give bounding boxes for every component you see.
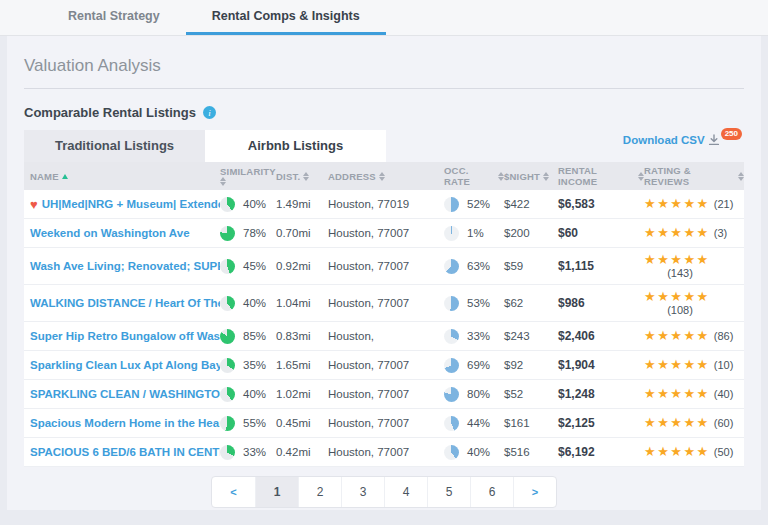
favorite-heart-icon[interactable]: ♥: [30, 198, 38, 211]
pagination-page-5[interactable]: 5: [427, 477, 470, 507]
similarity-value: 55%: [243, 417, 266, 429]
distance-value: 1.04mi: [276, 297, 328, 309]
column-header-rating-reviews[interactable]: RATING & REVIEWS: [644, 165, 744, 187]
listing-name-link[interactable]: ♥ Super Hip Retro Bungalow off Washin ..…: [24, 330, 220, 342]
listing-name: Sparkling Clean Lux Apt Along Bayou ...: [30, 359, 220, 371]
similarity-pie-icon: [220, 358, 235, 373]
subtab-airbnb-listings[interactable]: Airbnb Listings: [205, 130, 386, 162]
similarity-pie-icon: [220, 296, 235, 311]
download-icon: [708, 134, 720, 146]
rental-income-value: $1,248: [558, 387, 644, 401]
listing-name: UH|Med|NRG + Museum| Extended Sta ...: [42, 198, 220, 210]
table-row: ♥ Spacious Modern Home in the Heart ... …: [24, 409, 744, 438]
rating-cell: ★★★★★ (21): [644, 197, 744, 211]
star-rating-icons: ★★★★★: [644, 197, 710, 211]
tab-rental-comps-insights[interactable]: Rental Comps & Insights: [186, 0, 386, 35]
listing-name-link[interactable]: ♥ Sparkling Clean Lux Apt Along Bayou ..…: [24, 359, 220, 371]
star-rating-icons: ★★★★★: [644, 290, 710, 304]
sort-icon: [738, 172, 744, 181]
column-header-night[interactable]: $NIGHT: [504, 171, 558, 182]
listing-name: Weekend on Washington Ave: [30, 227, 190, 239]
occupancy-pie-icon: [444, 259, 459, 274]
similarity-pie-icon: [220, 387, 235, 402]
address-value: Houston, 77019: [328, 198, 444, 210]
listing-name: WALKING DISTANCE / Heart Of The Cit ...: [30, 297, 220, 309]
subtab-traditional-listings[interactable]: Traditional Listings: [24, 130, 205, 162]
column-header-name[interactable]: NAME: [24, 171, 220, 182]
table-row: ♥ Sparkling Clean Lux Apt Along Bayou ..…: [24, 351, 744, 380]
occupancy-cell: 44%: [444, 416, 504, 431]
similarity-value: 40%: [243, 198, 266, 210]
column-header-occ-rate[interactable]: OCC. RATE: [444, 165, 504, 187]
listings-subtabs: Traditional Listings Airbnb Listings: [24, 130, 386, 162]
address-value: Houston, 77007: [328, 227, 444, 239]
listing-name-link[interactable]: ♥ UH|Med|NRG + Museum| Extended Sta ...: [24, 198, 220, 211]
listing-name-link[interactable]: ♥ Wash Ave Living; Renovated; SUPER ...: [24, 260, 220, 272]
tab-rental-strategy[interactable]: Rental Strategy: [42, 0, 186, 35]
similarity-value: 40%: [243, 388, 266, 400]
night-price-value: $62: [504, 297, 558, 309]
occupancy-pie-icon: [444, 387, 459, 402]
column-header-dist[interactable]: DIST.: [276, 171, 328, 182]
night-price-value: $200: [504, 227, 558, 239]
rating-cell: ★★★★★ (143): [644, 253, 744, 279]
rating-cell: ★★★★★ (40): [644, 387, 744, 401]
download-csv-label: Download CSV: [623, 134, 705, 146]
pagination-page-2[interactable]: 2: [298, 477, 341, 507]
listing-name-link[interactable]: ♥ SPACIOUS 6 BED/6 BATH IN CENTER OF ...: [24, 446, 220, 458]
address-value: Houston, 77007: [328, 297, 444, 309]
sort-asc-icon: [62, 174, 68, 179]
column-header-similarity[interactable]: SIMILARITY: [220, 167, 276, 186]
rating-cell: ★★★★★ (86): [644, 329, 744, 343]
pagination-prev-button[interactable]: <: [212, 477, 255, 507]
pagination: <123456>: [211, 476, 557, 508]
night-price-value: $52: [504, 388, 558, 400]
occupancy-cell: 52%: [444, 197, 504, 212]
pagination-page-6[interactable]: 6: [470, 477, 513, 507]
similarity-cell: 55%: [220, 416, 276, 431]
table-row: ♥ Weekend on Washington Ave 78% 0.70mi H…: [24, 219, 744, 248]
listing-name-link[interactable]: ♥ Weekend on Washington Ave: [24, 227, 220, 239]
sort-icon: [543, 172, 549, 181]
occupancy-cell: 63%: [444, 259, 504, 274]
similarity-cell: 40%: [220, 387, 276, 402]
similarity-pie-icon: [220, 226, 235, 241]
column-header-rental-income[interactable]: RENTAL INCOME: [558, 165, 644, 187]
night-price-value: $422: [504, 198, 558, 210]
occupancy-cell: 69%: [444, 358, 504, 373]
occupancy-cell: 33%: [444, 329, 504, 344]
address-value: Houston, 77007: [328, 359, 444, 371]
occupancy-value: 63%: [467, 260, 490, 272]
listing-name: Wash Ave Living; Renovated; SUPER ...: [30, 260, 220, 272]
rating-cell: ★★★★★ (10): [644, 358, 744, 372]
similarity-value: 40%: [243, 297, 266, 309]
table-row: ♥ WALKING DISTANCE / Heart Of The Cit ..…: [24, 285, 744, 322]
occupancy-cell: 80%: [444, 387, 504, 402]
distance-value: 1.02mi: [276, 388, 328, 400]
occupancy-value: 1%: [467, 227, 484, 239]
pagination-page-4[interactable]: 4: [384, 477, 427, 507]
similarity-value: 33%: [243, 446, 266, 458]
pagination-next-button[interactable]: >: [513, 477, 556, 507]
distance-value: 0.42mi: [276, 446, 328, 458]
listing-name-link[interactable]: ♥ WALKING DISTANCE / Heart Of The Cit ..…: [24, 297, 220, 309]
listing-name-link[interactable]: ♥ Spacious Modern Home in the Heart ...: [24, 417, 220, 429]
similarity-value: 45%: [243, 260, 266, 272]
distance-value: 1.65mi: [276, 359, 328, 371]
similarity-pie-icon: [220, 416, 235, 431]
column-header-address[interactable]: ADDRESS: [328, 171, 444, 182]
occupancy-value: 52%: [467, 198, 490, 210]
distance-value: 1.49mi: [276, 198, 328, 210]
occupancy-pie-icon: [444, 226, 459, 241]
listing-name-link[interactable]: ♥ SPARKLING CLEAN / WASHINGTON AVE ...: [24, 388, 220, 400]
info-icon[interactable]: i: [203, 106, 216, 119]
review-count: (86): [714, 330, 734, 342]
pagination-page-3[interactable]: 3: [341, 477, 384, 507]
pagination-page-1[interactable]: 1: [255, 477, 298, 507]
download-csv-link[interactable]: Download CSV 250: [623, 134, 744, 146]
night-price-value: $243: [504, 330, 558, 342]
night-price-value: $59: [504, 260, 558, 272]
review-count: (108): [630, 304, 730, 316]
address-value: Houston,: [328, 330, 444, 342]
occupancy-pie-icon: [444, 296, 459, 311]
